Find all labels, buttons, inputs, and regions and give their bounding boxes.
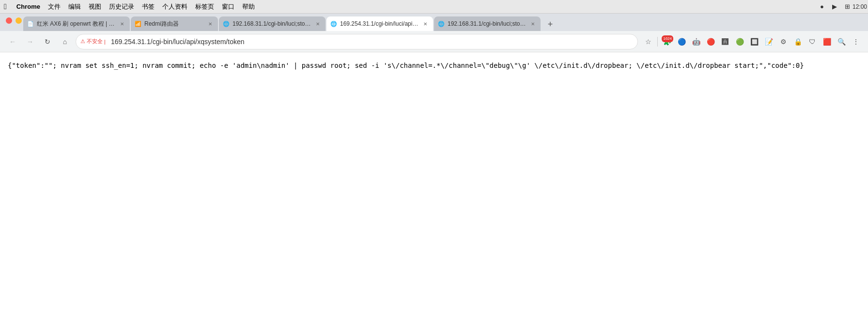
battery-icon: ▶ bbox=[830, 2, 839, 11]
warning-icon: ⚠ bbox=[80, 38, 85, 45]
toolbar-right: ☆ 1624 🧩 🔵 🤖 🔴 🅰 🟢 🔲 📝 ⚙ 🔒 🛡 🟥 🔍 ⋮ bbox=[642, 35, 862, 48]
tab-4-favicon: 🌐 bbox=[330, 20, 337, 27]
clock: 12:00 bbox=[855, 2, 864, 11]
extension-icon-3[interactable]: 🤖 bbox=[690, 35, 702, 48]
control-center-icon: ⊞ bbox=[843, 2, 852, 11]
menu-help[interactable]: 帮助 bbox=[242, 2, 255, 11]
wifi-icon: ● bbox=[818, 2, 826, 11]
tab-2-favicon: 📶 bbox=[135, 20, 141, 27]
page-content: {"token":""; nvram set ssh_en=1; nvram c… bbox=[0, 52, 868, 79]
back-button[interactable]: ← bbox=[6, 35, 19, 48]
url-display[interactable]: 169.254.31.1/cgi-bin/luci/api/xqsystem/t… bbox=[76, 34, 638, 49]
bookmark-button[interactable]: ☆ bbox=[642, 35, 654, 48]
menu-view[interactable]: 视图 bbox=[89, 2, 101, 11]
address-input-wrapper[interactable]: ⚠ 不安全 | 169.254.31.1/cgi-bin/luci/api/xq… bbox=[76, 34, 638, 49]
menu-file[interactable]: 文件 bbox=[48, 2, 61, 11]
extension-icon-9[interactable]: ⚙ bbox=[777, 35, 790, 48]
toolbar-separator-1 bbox=[657, 37, 658, 47]
extension-icon-4[interactable]: 🔴 bbox=[704, 35, 717, 48]
menu-chrome[interactable]: Chrome bbox=[16, 3, 40, 10]
tab-3[interactable]: 🌐 192.168.31.1/cgi-bin/luci;stok-... ✕ bbox=[219, 16, 326, 31]
tab-5-favicon: 🌐 bbox=[438, 20, 445, 27]
tab-1-close[interactable]: ✕ bbox=[118, 20, 126, 28]
close-window-button[interactable] bbox=[6, 17, 12, 24]
extension-icon-2[interactable]: 🔵 bbox=[675, 35, 688, 48]
tab-2-close[interactable]: ✕ bbox=[206, 20, 214, 28]
tab-4-title: 169.254.31.1/cgi-bin/luci/api/x... bbox=[340, 20, 418, 27]
extension-icon-6[interactable]: 🟢 bbox=[733, 35, 746, 48]
menu-profiles[interactable]: 个人资料 bbox=[162, 2, 187, 11]
home-button[interactable]: ⌂ bbox=[58, 35, 72, 48]
menu-window[interactable]: 窗口 bbox=[222, 2, 234, 11]
extension-badge: 1624 bbox=[662, 35, 673, 42]
forward-button[interactable]: → bbox=[23, 35, 37, 48]
page-text: {"token":""; nvram set ssh_en=1; nvram c… bbox=[8, 62, 804, 69]
extension-icon-11[interactable]: 🛡 bbox=[806, 35, 819, 48]
tab-4-active[interactable]: 🌐 169.254.31.1/cgi-bin/luci/api/x... ✕ bbox=[326, 16, 433, 31]
reload-button[interactable]: ↻ bbox=[41, 35, 54, 48]
tab-1-title: 红米 AX6 刷 openwrt 教程 | 软... bbox=[37, 20, 115, 28]
menu-history[interactable]: 历史记录 bbox=[109, 2, 134, 11]
minimize-window-button[interactable] bbox=[16, 17, 22, 24]
tab-4-close[interactable]: ✕ bbox=[421, 20, 429, 28]
security-label: 不安全 bbox=[87, 38, 103, 45]
tab-5-title: 192.168.31.1/cgi-bin/luci;stok-... bbox=[448, 20, 526, 27]
extension-icon-1[interactable]: 1624 🧩 bbox=[661, 35, 673, 48]
extension-icon-5[interactable]: 🅰 bbox=[719, 35, 731, 48]
tab-2-title: Redmi路由器 bbox=[144, 20, 203, 28]
address-bar: ← → ↻ ⌂ ⚠ 不安全 | 169.254.31.1/cgi-bin/luc… bbox=[0, 31, 868, 52]
tab-3-close[interactable]: ✕ bbox=[314, 20, 322, 28]
extension-icon-13[interactable]: 🔍 bbox=[835, 35, 848, 48]
extension-icon-8[interactable]: 📝 bbox=[762, 35, 775, 48]
tab-bar: 📄 红米 AX6 刷 openwrt 教程 | 软... ✕ 📶 Redmi路由… bbox=[0, 14, 868, 31]
new-tab-button[interactable]: + bbox=[543, 17, 557, 31]
extension-icon-10[interactable]: 🔒 bbox=[791, 35, 804, 48]
security-indicator: ⚠ 不安全 | bbox=[80, 38, 106, 45]
apple-menu[interactable]:  bbox=[4, 2, 7, 11]
tab-5[interactable]: 🌐 192.168.31.1/cgi-bin/luci;stok-... ✕ bbox=[434, 16, 541, 31]
menu-bar:  Chrome 文件 编辑 视图 历史记录 书签 个人资料 标签页 窗口 帮助… bbox=[0, 0, 868, 14]
tab-3-title: 192.168.31.1/cgi-bin/luci;stok-... bbox=[232, 20, 311, 27]
menu-bar-right: ● ▶ ⊞ 12:00 bbox=[818, 2, 864, 11]
extension-icon-12[interactable]: 🟥 bbox=[821, 35, 833, 48]
tab-3-favicon: 🌐 bbox=[223, 20, 230, 27]
menu-bookmarks[interactable]: 书签 bbox=[142, 2, 155, 11]
menu-tabs[interactable]: 标签页 bbox=[195, 2, 214, 11]
tab-2[interactable]: 📶 Redmi路由器 ✕ bbox=[131, 16, 218, 31]
separator: | bbox=[104, 39, 106, 45]
tabs-container: 📄 红米 AX6 刷 openwrt 教程 | 软... ✕ 📶 Redmi路由… bbox=[23, 16, 557, 31]
extension-icon-14[interactable]: ⋮ bbox=[850, 35, 862, 48]
menu-edit[interactable]: 编辑 bbox=[68, 2, 81, 11]
tab-5-close[interactable]: ✕ bbox=[529, 20, 537, 28]
extension-icon-7[interactable]: 🔲 bbox=[748, 35, 760, 48]
tab-1[interactable]: 📄 红米 AX6 刷 openwrt 教程 | 软... ✕ bbox=[23, 16, 130, 31]
tab-1-favicon: 📄 bbox=[27, 20, 34, 27]
